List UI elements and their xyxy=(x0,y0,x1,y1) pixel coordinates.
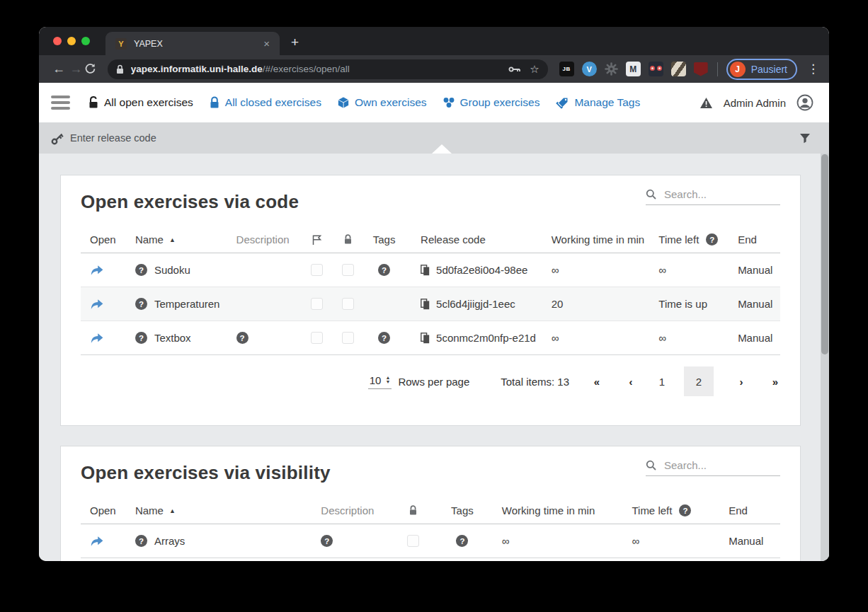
col-time-left: Time left? xyxy=(648,226,727,253)
key-icon xyxy=(51,132,64,145)
help-icon[interactable]: ? xyxy=(135,535,147,547)
tags-cell: ? xyxy=(365,321,404,354)
lock-checkbox[interactable] xyxy=(342,264,354,276)
nav-all-closed-exercises[interactable]: All closed exercises xyxy=(209,96,321,109)
close-window-button[interactable] xyxy=(53,37,62,45)
col-name[interactable]: Name▲ xyxy=(126,497,312,524)
description-cell: ? xyxy=(227,321,303,354)
flag-icon xyxy=(312,234,322,246)
col-open: Open xyxy=(81,497,126,524)
back-button[interactable]: ← xyxy=(50,62,67,76)
open-exercise-button[interactable] xyxy=(81,321,126,354)
open-exercise-button[interactable] xyxy=(81,524,126,558)
lock-checkbox[interactable] xyxy=(407,535,419,547)
nav-group-exercises[interactable]: Group exercises xyxy=(442,96,540,109)
flag-checkbox[interactable] xyxy=(311,298,323,310)
flag-checkbox[interactable] xyxy=(311,264,323,276)
search-input[interactable] xyxy=(664,459,770,471)
password-key-icon[interactable] xyxy=(508,65,521,74)
visibility-table: Open Name▲ Description Tags Working time… xyxy=(61,497,800,558)
table-row: ?Arrays ? ? ∞ ∞ Manual xyxy=(81,524,780,558)
new-tab-button[interactable]: + xyxy=(291,35,299,50)
flag-checkbox[interactable] xyxy=(311,332,323,344)
warning-icon[interactable] xyxy=(699,97,713,109)
help-icon[interactable]: ? xyxy=(378,264,390,276)
forward-button[interactable]: → xyxy=(67,62,84,76)
page-scrollbar[interactable] xyxy=(821,154,829,561)
release-code-bar[interactable]: Enter release code xyxy=(39,122,829,154)
code-table: Open Name▲ Description Tags xyxy=(61,226,800,355)
help-icon[interactable]: ? xyxy=(135,298,147,310)
release-code-cell: 5d0fa2e8i0o4-98ee xyxy=(404,253,540,287)
browser-menu-button[interactable]: ⋮ xyxy=(807,62,819,76)
time-left-cell: Time is up xyxy=(648,287,727,321)
ublock-extension-icon[interactable] xyxy=(694,62,708,76)
next-page-button[interactable]: › xyxy=(735,376,748,388)
col-lock xyxy=(331,226,365,253)
end-cell: Manual xyxy=(718,524,780,558)
badger-extension-icon[interactable] xyxy=(671,62,686,76)
nav-all-open-exercises[interactable]: All open exercises xyxy=(88,96,193,109)
copy-icon[interactable] xyxy=(421,333,430,344)
help-icon[interactable]: ? xyxy=(378,332,390,344)
table-header-row: Open Name▲ Description Tags xyxy=(81,226,780,253)
browser-tab[interactable]: Y YAPEX × xyxy=(105,32,280,55)
help-icon[interactable]: ? xyxy=(236,332,249,344)
account-icon[interactable] xyxy=(796,94,813,111)
search-box[interactable] xyxy=(646,459,780,476)
collapse-arrow-bottom-icon[interactable] xyxy=(432,144,452,154)
vue-devtools-extension-icon[interactable]: V xyxy=(582,62,597,76)
last-page-button[interactable]: » xyxy=(769,376,782,388)
help-icon[interactable]: ? xyxy=(135,332,147,344)
first-page-button[interactable]: « xyxy=(590,376,603,388)
share-arrow-icon xyxy=(90,536,104,547)
rows-per-page-select[interactable]: 10 ▲▼ xyxy=(368,374,392,389)
flag-cell xyxy=(302,321,331,354)
browser-tab-bar: Y YAPEX × + xyxy=(39,27,829,55)
minimize-window-button[interactable] xyxy=(67,37,76,45)
lock-checkbox[interactable] xyxy=(342,298,354,310)
help-icon[interactable]: ? xyxy=(135,264,147,276)
search-input[interactable] xyxy=(664,188,770,200)
working-time-cell: ∞ xyxy=(540,321,649,354)
lock-checkbox[interactable] xyxy=(342,332,354,344)
page-2-button[interactable]: 2 xyxy=(684,366,714,396)
owl-extension-icon[interactable] xyxy=(649,62,663,76)
open-exercise-button[interactable] xyxy=(81,287,126,321)
unlock-icon xyxy=(88,96,99,109)
copy-icon[interactable] xyxy=(421,265,430,276)
open-exercise-button[interactable] xyxy=(81,253,126,287)
tab-close-icon[interactable]: × xyxy=(261,37,273,50)
lock-cell xyxy=(331,321,365,354)
nav-own-exercises[interactable]: Own exercises xyxy=(337,96,427,109)
help-icon[interactable]: ? xyxy=(321,535,333,547)
nav-manage-tags[interactable]: Manage Tags xyxy=(555,96,640,109)
time-left-cell: ∞ xyxy=(622,524,718,558)
col-open: Open xyxy=(81,226,126,253)
page-content: Open exercises via code Open Name▲ Descr… xyxy=(39,154,829,561)
bookmark-star-icon[interactable]: ☆ xyxy=(530,63,539,76)
flag-cell xyxy=(302,253,331,287)
browser-profile-button[interactable]: J Pausiert xyxy=(726,59,797,80)
col-name[interactable]: Name▲ xyxy=(126,226,227,253)
help-icon[interactable]: ? xyxy=(679,504,691,516)
gear-extension-icon[interactable] xyxy=(605,62,618,76)
filter-icon[interactable] xyxy=(799,133,811,144)
address-bar[interactable]: yapex.informatik.uni-halle.de/#/exercise… xyxy=(108,59,548,79)
jetbrains-extension-icon[interactable]: JB xyxy=(559,62,574,76)
search-box[interactable] xyxy=(646,188,780,205)
page-1-button[interactable]: 1 xyxy=(656,376,668,388)
scrollbar-thumb[interactable] xyxy=(821,154,828,354)
m-extension-icon[interactable]: M xyxy=(626,62,641,76)
prev-page-button[interactable]: ‹ xyxy=(624,376,637,388)
help-icon[interactable]: ? xyxy=(456,535,468,547)
help-icon[interactable]: ? xyxy=(706,233,718,246)
hamburger-menu-button[interactable] xyxy=(51,93,70,112)
fullscreen-window-button[interactable] xyxy=(81,37,90,45)
reload-button[interactable] xyxy=(84,63,101,75)
copy-icon[interactable] xyxy=(421,299,430,310)
lock-icon xyxy=(209,96,220,109)
col-tags: Tags xyxy=(365,226,404,253)
table-row: ?Textbox ? ? 5conmc2m0nfp-e21d ∞ ∞ Manua… xyxy=(81,321,780,355)
col-release-code: Release code xyxy=(404,226,540,253)
